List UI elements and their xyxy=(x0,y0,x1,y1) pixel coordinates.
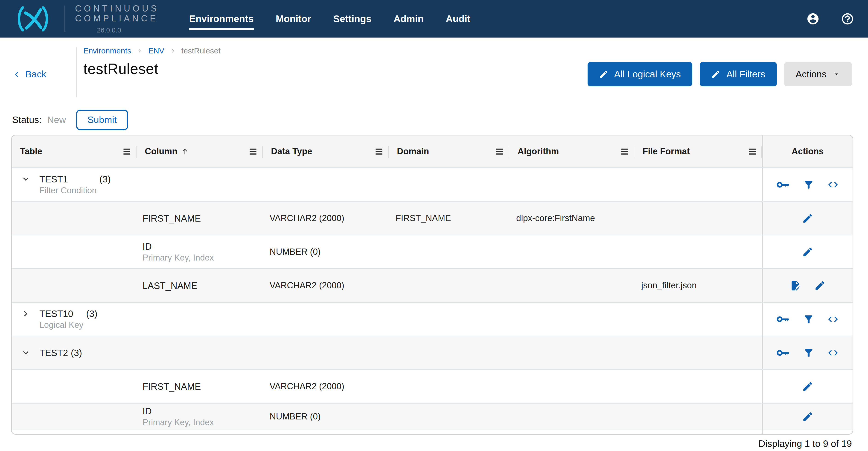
all-filters-button[interactable]: All Filters xyxy=(700,62,777,86)
column-count: (3) xyxy=(71,347,82,359)
submit-button[interactable]: Submit xyxy=(76,110,128,130)
back-button[interactable]: Back xyxy=(13,69,46,80)
column-header-label: Table xyxy=(20,147,42,156)
actions-cell xyxy=(762,370,852,403)
data-type-cell-value: VARCHAR2 (2000) xyxy=(270,382,344,391)
table-row: IDPrimary Key, IndexNUMBER (0) xyxy=(12,235,852,269)
data-type-cell: NUMBER (0) xyxy=(263,403,389,429)
data-type-cell: VARCHAR2 (2000) xyxy=(263,202,389,235)
status-badge: New xyxy=(47,115,66,125)
group-row-content: TEST1Filter Condition(3) xyxy=(22,174,111,196)
edit-document-icon[interactable] xyxy=(790,280,801,291)
column-header-actions[interactable]: Actions xyxy=(762,136,852,168)
edit-icon[interactable] xyxy=(802,381,813,392)
column-header-label: Column xyxy=(145,147,177,156)
key-icon[interactable] xyxy=(777,179,790,190)
nav-item-audit[interactable]: Audit xyxy=(446,13,470,24)
domain-cell xyxy=(389,269,509,302)
column-header-label: File Format xyxy=(643,147,690,156)
column-header-column[interactable]: Column xyxy=(136,136,263,168)
edit-icon xyxy=(599,69,608,79)
main-nav: EnvironmentsMonitorSettingsAdminAudit xyxy=(189,13,470,24)
edit-icon[interactable] xyxy=(814,280,826,291)
column-header-table[interactable]: Table xyxy=(12,136,136,168)
chevron-left-icon xyxy=(13,69,20,80)
domain-cell xyxy=(389,168,509,201)
column-header-file-format[interactable]: File Format xyxy=(634,136,762,168)
table-row: LAST_NAMEVARCHAR2 (2000)json_filter.json xyxy=(12,269,852,303)
table-cell: TEST1Filter Condition(3) xyxy=(12,168,136,201)
column-menu-icon[interactable] xyxy=(375,148,383,155)
domain-cell xyxy=(389,370,509,403)
filter-icon[interactable] xyxy=(803,313,814,325)
table-subtitle: Logical Key xyxy=(39,320,83,330)
column-header-data-type[interactable]: Data Type xyxy=(263,136,389,168)
file-format-cell-value: json_filter.json xyxy=(641,280,697,291)
file-format-cell xyxy=(634,403,762,429)
top-nav-bar: CONTINUOUS COMPLIANCE 26.0.0.0 Environme… xyxy=(0,0,868,37)
table-row: FIRST_NAMEVARCHAR2 (2000) xyxy=(12,370,852,403)
actions-cell xyxy=(762,430,852,434)
actions-cell xyxy=(762,303,852,336)
column-header-label: Data Type xyxy=(271,147,312,156)
column-header-algorithm[interactable]: Algorithm xyxy=(509,136,634,168)
column-header-domain[interactable]: Domain xyxy=(389,136,509,168)
table-cell xyxy=(12,202,136,235)
column-header-label: Actions xyxy=(792,147,824,156)
code-icon[interactable] xyxy=(827,347,839,359)
table-cell xyxy=(389,430,509,434)
key-icon[interactable] xyxy=(777,313,790,325)
column-name: FIRST_NAME xyxy=(143,213,201,224)
status-row: Status: New Submit xyxy=(0,105,868,135)
filter-icon[interactable] xyxy=(803,179,814,190)
breadcrumb-environments[interactable]: Environments xyxy=(83,46,131,55)
expand-row-icon[interactable] xyxy=(22,308,30,320)
data-type-cell: VARCHAR2 (2000) xyxy=(263,269,389,302)
nav-item-admin[interactable]: Admin xyxy=(394,13,424,24)
table-cell: TEST2(3) xyxy=(12,336,136,369)
column-menu-icon[interactable] xyxy=(249,148,257,155)
nav-item-settings[interactable]: Settings xyxy=(333,13,371,24)
column-menu-icon[interactable] xyxy=(620,148,629,155)
group-row-content: TEST10Logical Key(3) xyxy=(22,308,97,330)
edit-icon[interactable] xyxy=(802,213,813,224)
column-name: LAST_NAME xyxy=(143,280,197,291)
nav-item-monitor[interactable]: Monitor xyxy=(276,13,311,24)
algorithm-cell xyxy=(509,269,634,302)
all-logical-keys-button[interactable]: All Logical Keys xyxy=(588,62,692,86)
table-cell xyxy=(12,269,136,302)
table-row: FIRST_NAMEVARCHAR2 (2000)FIRST_NAMEdlpx-… xyxy=(12,202,852,235)
help-icon[interactable] xyxy=(841,12,854,26)
delphix-logo-icon[interactable] xyxy=(12,5,54,32)
ruleset-table: TableColumnData TypeDomainAlgorithmFile … xyxy=(11,135,853,434)
column-menu-icon[interactable] xyxy=(123,148,131,155)
brand-line-1: CONTINUOUS xyxy=(75,4,159,13)
code-icon[interactable] xyxy=(827,313,839,325)
account-icon[interactable] xyxy=(806,12,820,26)
table-body: TEST1Filter Condition(3)FIRST_NAMEVARCHA… xyxy=(12,168,852,434)
brand-line-2: COMPLIANCE xyxy=(75,13,159,24)
breadcrumb-env[interactable]: ENV xyxy=(148,46,164,55)
column-menu-icon[interactable] xyxy=(495,148,504,155)
status-label: Status: xyxy=(12,115,42,125)
table-cell xyxy=(12,370,136,403)
edit-icon[interactable] xyxy=(802,411,813,422)
edit-icon[interactable] xyxy=(802,246,813,258)
table-header-row: TableColumnData TypeDomainAlgorithmFile … xyxy=(12,136,852,168)
domain-cell xyxy=(389,303,509,336)
collapse-row-icon[interactable] xyxy=(22,347,30,359)
filter-icon[interactable] xyxy=(803,347,814,359)
table-row: IDPrimary Key, IndexNUMBER (0) xyxy=(12,403,852,430)
page-title: testRuleset xyxy=(83,60,221,78)
domain-cell-value: FIRST_NAME xyxy=(396,213,451,223)
column-menu-icon[interactable] xyxy=(748,148,756,155)
button-label: All Logical Keys xyxy=(614,69,681,80)
column-count: (3) xyxy=(99,174,111,185)
sort-ascending-icon[interactable] xyxy=(181,148,189,155)
key-icon[interactable] xyxy=(777,347,790,359)
table-name-block: TEST1Filter Condition xyxy=(39,174,97,196)
nav-item-environments[interactable]: Environments xyxy=(189,13,253,24)
collapse-row-icon[interactable] xyxy=(22,174,30,185)
code-icon[interactable] xyxy=(827,179,839,190)
actions-button[interactable]: Actions xyxy=(784,62,852,86)
